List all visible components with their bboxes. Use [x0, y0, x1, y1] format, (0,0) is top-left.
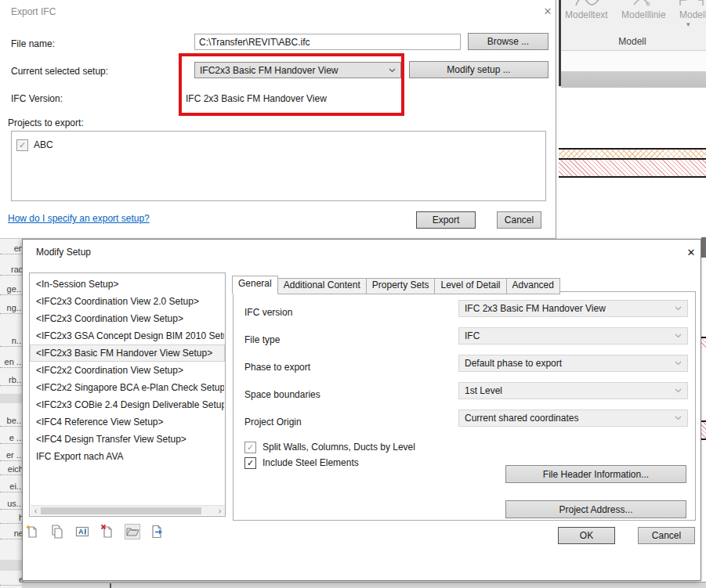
setup-list-item[interactable]: <IFC2x3 COBie 2.4 Design Deliverable Set… [30, 396, 225, 413]
setup-list-item[interactable]: <IFC4 Design Transfer View Setup> [30, 431, 225, 448]
export-setup-icon[interactable] [150, 524, 165, 539]
tab-property-sets[interactable]: Property Sets [366, 278, 436, 294]
setup-list-item[interactable]: <In-Session Setup> [30, 276, 225, 293]
palette-row[interactable]: n... [0, 335, 24, 347]
canvas-edge-dark-block [701, 237, 706, 258]
projects-listbox[interactable]: ✓ ABC [11, 131, 546, 201]
export-ifc-dialog: Export IFC ✕ File name: C:\Transfer\REVI… [0, 0, 556, 239]
project-list-item[interactable]: ✓ ABC [16, 139, 173, 151]
tab-level-of-detail[interactable]: Level of Detail [434, 278, 506, 294]
phase-select[interactable]: Default phase to export [458, 355, 688, 372]
space-boundaries-select[interactable]: 1st Level [458, 382, 688, 399]
modify-cancel-button[interactable]: Cancel [638, 527, 695, 544]
wall-crosshatch [559, 150, 706, 158]
scroll-right-arrow[interactable]: › [215, 506, 225, 516]
duplicate-setup-icon[interactable] [49, 524, 65, 539]
help-link[interactable]: How do I specify an export setup? [8, 213, 150, 224]
palette-row[interactable]: rb... [0, 374, 24, 386]
import-setup-icon[interactable] [125, 524, 140, 539]
setup-list-item[interactable]: <IFC2x3 Coordination View 2.0 Setup> [30, 293, 225, 310]
palette-row[interactable]: us... [0, 498, 24, 510]
project-origin-field-label: Project Origin [244, 417, 302, 427]
split-walls-label: Split Walls, Columns, Ducts by Level [262, 442, 415, 453]
model-text-icon[interactable] [573, 0, 604, 6]
ribbon-panel: Modelltext Modelllinie Modellgr ▾ Modell [559, 0, 706, 88]
ribbon-lower-strip [561, 51, 706, 71]
modify-setup-button[interactable]: Modify setup ... [409, 61, 549, 78]
palette-row[interactable]: en ... [0, 356, 24, 368]
setup-list-item-selected[interactable]: <IFC2x3 Basic FM Handover View Setup> [30, 345, 225, 362]
setup-list-item[interactable]: <IFC2x2 Coordination View Setup> [30, 362, 225, 379]
model-group-icon[interactable] [678, 0, 704, 6]
tab-additional-content[interactable]: Additional Content [277, 278, 367, 294]
file-type-select[interactable]: IFC [458, 327, 688, 345]
palette-row[interactable]: er ... [0, 449, 24, 461]
new-setup-icon[interactable] [24, 524, 40, 539]
setup-list-hscrollbar[interactable]: ‹ › [31, 505, 225, 515]
palette-row[interactable]: be... [0, 415, 24, 427]
split-walls-checkbox[interactable]: ✓ [244, 442, 256, 453]
setup-list[interactable]: <In-Session Setup> <IFC2x3 Coordination … [29, 272, 226, 517]
setup-list-item[interactable]: <IFC2x3 GSA Concept Design BIM 2010 Setu… [30, 327, 225, 345]
project-address-button[interactable]: Project Address... [505, 500, 686, 518]
project-name: ABC [34, 139, 53, 150]
modify-dialog-close-icon[interactable]: ✕ [685, 247, 697, 259]
setup-list-item[interactable]: <IFC4 Reference View Setup> [30, 413, 225, 431]
setup-list-item[interactable]: IFC Export nach AVA [30, 448, 225, 465]
scroll-left-arrow[interactable]: ‹ [31, 506, 41, 516]
ribbon-tool-modellgruppe[interactable]: Modellgr [679, 9, 706, 20]
file-header-information-button[interactable]: File Header Information... [505, 465, 686, 483]
red-highlight-annotation [179, 53, 404, 116]
chevron-down-icon [675, 334, 682, 338]
file-name-input[interactable]: C:\Transfer\REVIT\ABC.ifc [194, 34, 461, 50]
setup-toolbar: A [24, 524, 181, 541]
browse-button[interactable]: Browse ... [468, 33, 549, 50]
palette-row[interactable]: h [0, 512, 24, 524]
chevron-down-icon [675, 388, 682, 393]
export-button[interactable]: Export [416, 211, 476, 229]
palette-row[interactable]: ge... [0, 283, 24, 295]
ifc-version-label: IFC Version: [11, 93, 63, 104]
split-walls-row[interactable]: ✓ Split Walls, Columns, Ducts by Level [244, 441, 415, 453]
tab-general[interactable]: General [232, 276, 278, 294]
scroll-thumb[interactable] [41, 507, 201, 514]
ribbon-panel-label: Modell [559, 36, 706, 47]
palette-row[interactable]: ne [0, 528, 24, 539]
project-checkbox[interactable]: ✓ [16, 139, 28, 151]
canvas-edge-tick [701, 438, 706, 440]
model-line-icon[interactable] [631, 0, 651, 6]
modify-ok-button[interactable]: OK [558, 527, 615, 544]
ribbon-tool-modelllinie[interactable]: Modelllinie [621, 9, 666, 20]
general-tab-panel: IFC version IFC 2x3 Basic FM Handover Vi… [233, 291, 696, 521]
palette-row[interactable]: ei... [0, 481, 24, 492]
setup-list-item[interactable]: <IFC2x2 Singapore BCA e-Plan Check Setup… [30, 379, 225, 396]
palette-row[interactable]: en [0, 243, 24, 254]
export-dialog-close-icon[interactable]: ✕ [541, 5, 554, 18]
canvas-edge-hatch [701, 422, 706, 438]
modify-dialog-title: Modify Setup [36, 247, 91, 258]
ifc-version-select[interactable]: IFC 2x3 Basic FM Handover View [458, 300, 688, 317]
include-steel-checkbox[interactable]: ✓ [244, 457, 256, 469]
ribbon-tool-modelltext[interactable]: Modelltext [565, 9, 608, 20]
space-boundaries-select-value: 1st Level [465, 385, 502, 396]
project-origin-select-value: Current shared coordinates [465, 413, 578, 424]
phase-field-label: Phase to export [244, 362, 310, 373]
palette-row[interactable]: ng... [0, 302, 24, 314]
setup-tabs: General Additional Content Property Sets… [232, 276, 559, 294]
palette-row[interactable]: e [0, 574, 24, 586]
export-cancel-button[interactable]: Cancel [497, 211, 541, 229]
include-steel-row[interactable]: ✓ Include Steel Elements [244, 456, 359, 469]
ribbon-dropdown-chevron-icon[interactable]: ▾ [686, 20, 690, 28]
palette-row[interactable]: rad [0, 264, 24, 276]
canvas-edge-hatch [701, 338, 706, 348]
tab-advanced[interactable]: Advanced [506, 278, 560, 294]
file-type-select-value: IFC [465, 330, 480, 341]
current-setup-label: Current selected setup: [11, 66, 108, 77]
palette-row[interactable]: eich [0, 464, 24, 475]
delete-setup-icon[interactable] [100, 524, 115, 539]
palette-row[interactable]: e ... [0, 432, 24, 444]
rename-setup-icon[interactable]: A [74, 524, 90, 539]
setup-list-item[interactable]: <IFC2x3 Coordination View Setup> [30, 310, 225, 327]
file-name-label: File name: [11, 38, 55, 49]
project-origin-select[interactable]: Current shared coordinates [458, 409, 688, 427]
